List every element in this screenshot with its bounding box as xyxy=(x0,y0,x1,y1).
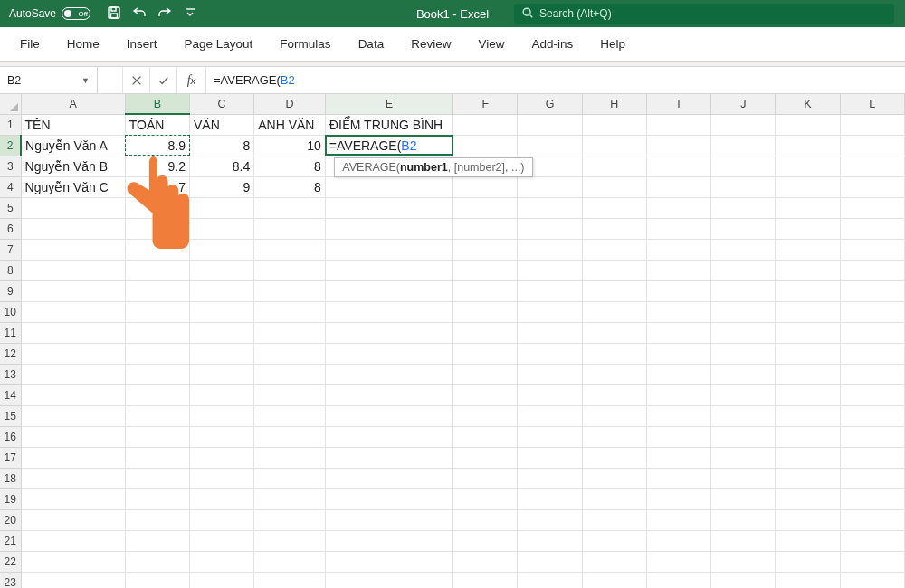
cell-E9[interactable] xyxy=(325,280,452,301)
cell-E21[interactable] xyxy=(325,530,452,551)
cell-G5[interactable] xyxy=(518,197,582,218)
cell-E8[interactable] xyxy=(325,260,452,280)
formula-input[interactable]: =AVERAGE(B2 xyxy=(206,67,905,93)
cell-D4[interactable]: 8 xyxy=(254,176,326,197)
cell-D22[interactable] xyxy=(254,551,326,572)
cell-L16[interactable] xyxy=(840,426,904,447)
cell-B17[interactable] xyxy=(125,447,189,468)
cell-J14[interactable] xyxy=(711,384,776,405)
cell-G12[interactable] xyxy=(518,343,582,364)
cell-D7[interactable] xyxy=(254,239,326,260)
cell-E2[interactable]: =AVERAGE(B2 xyxy=(325,135,452,156)
cell-B5[interactable] xyxy=(125,197,189,218)
cell-G6[interactable] xyxy=(518,218,582,239)
cell-F11[interactable] xyxy=(453,322,518,343)
cell-B19[interactable] xyxy=(125,488,189,509)
cell-G4[interactable] xyxy=(518,176,582,197)
row-header-8[interactable]: 8 xyxy=(0,260,21,280)
cell-G21[interactable] xyxy=(518,530,582,551)
row-header-2[interactable]: 2 xyxy=(0,135,21,156)
ribbon-tab-formulas[interactable]: Formulas xyxy=(280,37,330,51)
cell-C8[interactable] xyxy=(190,260,254,280)
cell-F10[interactable] xyxy=(453,301,518,322)
cell-E20[interactable] xyxy=(325,509,452,530)
cell-K7[interactable] xyxy=(776,239,840,260)
column-header-G[interactable]: G xyxy=(518,94,582,114)
cell-L6[interactable] xyxy=(840,218,904,239)
cell-J1[interactable] xyxy=(711,114,776,135)
column-header-L[interactable]: L xyxy=(840,94,904,114)
cell-H5[interactable] xyxy=(582,197,646,218)
cell-H14[interactable] xyxy=(582,384,646,405)
cell-J6[interactable] xyxy=(711,218,776,239)
cell-H23[interactable] xyxy=(582,572,646,588)
cell-D20[interactable] xyxy=(254,509,326,530)
cell-K20[interactable] xyxy=(776,509,840,530)
cell-D11[interactable] xyxy=(254,322,326,343)
cell-D18[interactable] xyxy=(254,468,326,488)
cell-C14[interactable] xyxy=(190,384,254,405)
cell-I4[interactable] xyxy=(646,176,710,197)
cell-C20[interactable] xyxy=(190,509,254,530)
cell-A16[interactable] xyxy=(21,426,125,447)
cell-J9[interactable] xyxy=(711,280,776,301)
cell-C23[interactable] xyxy=(190,572,254,588)
cell-E5[interactable] xyxy=(325,197,452,218)
cell-L14[interactable] xyxy=(840,384,904,405)
cell-J13[interactable] xyxy=(711,364,776,384)
cell-H10[interactable] xyxy=(582,301,646,322)
cell-H20[interactable] xyxy=(582,509,646,530)
cell-F23[interactable] xyxy=(453,572,518,588)
cell-C11[interactable] xyxy=(190,322,254,343)
cell-F16[interactable] xyxy=(453,426,518,447)
cell-F21[interactable] xyxy=(453,530,518,551)
cell-D10[interactable] xyxy=(254,301,326,322)
cell-G20[interactable] xyxy=(518,509,582,530)
cell-H2[interactable] xyxy=(582,135,646,156)
cell-A12[interactable] xyxy=(21,343,125,364)
cell-G9[interactable] xyxy=(518,280,582,301)
cell-E18[interactable] xyxy=(325,468,452,488)
cell-I8[interactable] xyxy=(646,260,710,280)
row-header-10[interactable]: 10 xyxy=(0,301,21,322)
cell-F17[interactable] xyxy=(453,447,518,468)
name-box[interactable]: B2 ▼ xyxy=(0,67,98,93)
cell-C2[interactable]: 8 xyxy=(190,135,254,156)
cell-L10[interactable] xyxy=(840,301,904,322)
select-all-corner[interactable] xyxy=(0,94,21,114)
cell-H19[interactable] xyxy=(582,488,646,509)
cell-A2[interactable]: Nguyễn Văn A xyxy=(21,135,125,156)
cell-J11[interactable] xyxy=(711,322,776,343)
cell-D13[interactable] xyxy=(254,364,326,384)
cell-J19[interactable] xyxy=(711,488,776,509)
row-header-9[interactable]: 9 xyxy=(0,280,21,301)
cell-D19[interactable] xyxy=(254,488,326,509)
cell-L2[interactable] xyxy=(840,135,904,156)
cell-I14[interactable] xyxy=(646,384,710,405)
cell-K1[interactable] xyxy=(776,114,840,135)
cell-D2[interactable]: 10 xyxy=(254,135,326,156)
cell-A6[interactable] xyxy=(21,218,125,239)
row-header-5[interactable]: 5 xyxy=(0,197,21,218)
cell-E6[interactable] xyxy=(325,218,452,239)
cell-H13[interactable] xyxy=(582,364,646,384)
cell-B7[interactable] xyxy=(125,239,189,260)
column-header-F[interactable]: F xyxy=(453,94,518,114)
row-header-16[interactable]: 16 xyxy=(0,426,21,447)
cell-J4[interactable] xyxy=(711,176,776,197)
cell-E14[interactable] xyxy=(325,384,452,405)
ribbon-tab-file[interactable]: File xyxy=(20,37,40,51)
cell-I20[interactable] xyxy=(646,509,710,530)
cell-D15[interactable] xyxy=(254,405,326,426)
cell-A23[interactable] xyxy=(21,572,125,588)
cell-F14[interactable] xyxy=(453,384,518,405)
cell-A22[interactable] xyxy=(21,551,125,572)
row-header-13[interactable]: 13 xyxy=(0,364,21,384)
ribbon-tab-home[interactable]: Home xyxy=(67,37,100,51)
cell-J2[interactable] xyxy=(711,135,776,156)
cell-F2[interactable] xyxy=(453,135,518,156)
row-header-20[interactable]: 20 xyxy=(0,509,21,530)
column-header-E[interactable]: E xyxy=(325,94,452,114)
cell-K6[interactable] xyxy=(776,218,840,239)
row-header-21[interactable]: 21 xyxy=(0,530,21,551)
